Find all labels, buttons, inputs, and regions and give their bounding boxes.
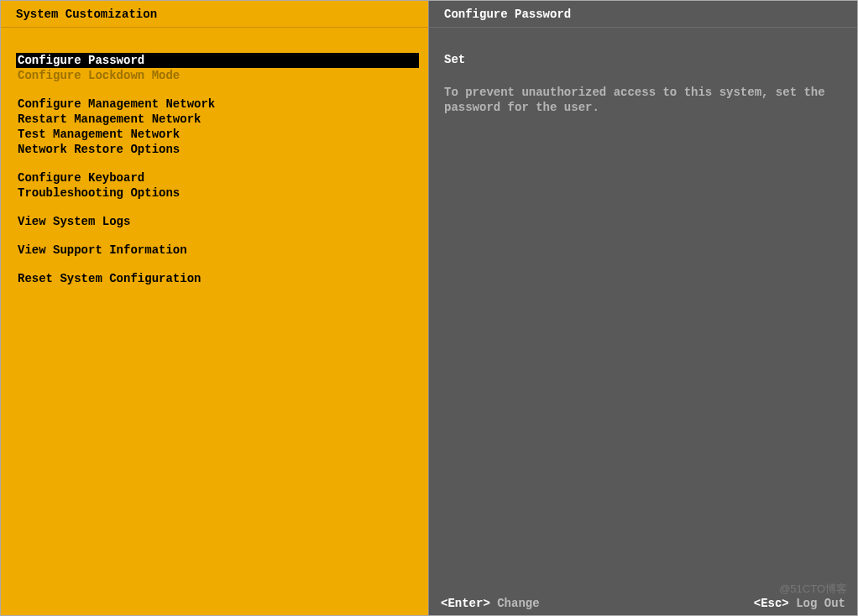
- menu-group: Configure KeyboardTroubleshooting Option…: [16, 170, 413, 201]
- app-container: System Customization Configure PasswordC…: [0, 0, 858, 616]
- menu-group: View System Logs: [16, 214, 413, 229]
- menu-item[interactable]: Test Management Network: [16, 127, 413, 142]
- detail-body: Set To prevent unauthorized access to th…: [429, 28, 857, 615]
- footer-esc[interactable]: <Esc> Log Out: [754, 597, 845, 610]
- menu-group: Reset System Configuration: [16, 271, 413, 286]
- watermark: @51CTO博客: [779, 582, 847, 597]
- detail-status: Set: [444, 53, 842, 66]
- menu-list: Configure PasswordConfigure Lockdown Mod…: [1, 28, 428, 615]
- footer-enter[interactable]: <Enter> Change: [441, 597, 540, 610]
- enter-action-label: Change: [497, 597, 539, 610]
- menu-item[interactable]: Network Restore Options: [16, 142, 413, 157]
- esc-action-label: Log Out: [796, 597, 845, 610]
- menu-item[interactable]: Configure Password: [16, 53, 419, 68]
- menu-item[interactable]: Troubleshooting Options: [16, 185, 413, 201]
- menu-item[interactable]: Configure Management Network: [16, 97, 413, 112]
- esc-key-label: <Esc>: [754, 597, 789, 610]
- menu-group: View Support Information: [16, 243, 413, 258]
- menu-item[interactable]: Reset System Configuration: [16, 271, 413, 286]
- right-panel: Configure Password Set To prevent unauth…: [429, 1, 857, 615]
- right-panel-title: Configure Password: [429, 1, 857, 28]
- footer-bar: <Enter> Change <Esc> Log Out: [429, 597, 857, 610]
- menu-item[interactable]: View Support Information: [16, 243, 413, 258]
- menu-item[interactable]: Configure Keyboard: [16, 170, 413, 185]
- detail-description: To prevent unauthorized access to this s…: [444, 85, 830, 115]
- left-panel: System Customization Configure PasswordC…: [1, 1, 429, 615]
- menu-group: Configure PasswordConfigure Lockdown Mod…: [16, 53, 413, 83]
- menu-item: Configure Lockdown Mode: [16, 68, 413, 83]
- left-panel-title: System Customization: [1, 1, 428, 28]
- menu-item[interactable]: View System Logs: [16, 214, 413, 229]
- enter-key-label: <Enter>: [441, 597, 490, 610]
- menu-group: Configure Management NetworkRestart Mana…: [16, 97, 413, 157]
- menu-item[interactable]: Restart Management Network: [16, 112, 413, 127]
